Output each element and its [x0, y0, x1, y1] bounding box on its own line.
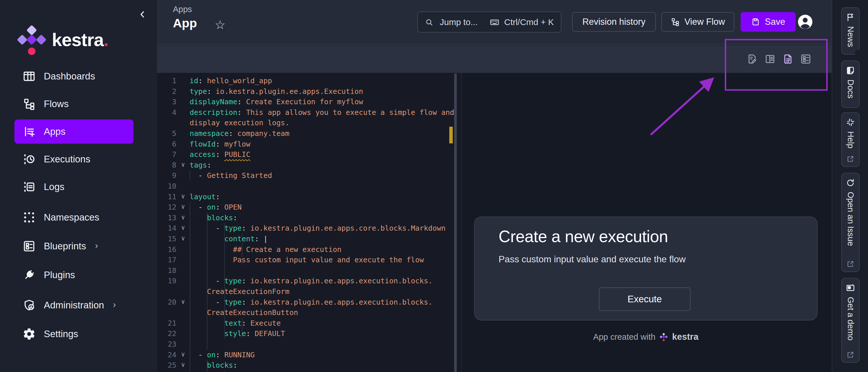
view-toggle-file-doc[interactable]: [782, 53, 794, 65]
favorite-star-icon[interactable]: ☆: [215, 18, 226, 32]
editor-scrollbar[interactable]: [454, 73, 457, 372]
preview-subtitle: Pass custom input value and execute the …: [499, 254, 686, 265]
indent-guide: [190, 339, 190, 349]
chevron-right-icon: [111, 302, 118, 309]
sidebar-item-administration[interactable]: Administration: [14, 293, 133, 317]
line-number: 23: [157, 339, 176, 349]
user-avatar[interactable]: [797, 13, 814, 31]
view-flow-button[interactable]: View Flow: [661, 12, 734, 32]
code-line-15: 15∨ content: |: [157, 234, 448, 244]
code-line-10: 10: [157, 181, 448, 192]
breadcrumb[interactable]: Apps: [173, 5, 192, 14]
fold-chevron-icon[interactable]: ∨: [178, 296, 188, 307]
sidebar-item-plugins[interactable]: Plugins: [14, 263, 133, 287]
sidebar-item-executions[interactable]: Executions: [14, 147, 133, 171]
fold-chevron-icon[interactable]: ∨: [178, 349, 188, 360]
line-number: 18: [157, 265, 176, 276]
sidebar-item-logs[interactable]: Logs: [14, 175, 133, 199]
revision-history-button[interactable]: Revision history: [572, 12, 656, 32]
fold-chevron-icon[interactable]: ∨: [178, 359, 188, 370]
code-line-1: 1id: hello_world_app: [157, 75, 448, 86]
execute-button[interactable]: Execute: [599, 288, 690, 311]
fold-chevron-icon[interactable]: ∨: [178, 233, 188, 244]
plugins-icon: [23, 268, 36, 281]
view-toggle-book-open[interactable]: [764, 53, 776, 65]
rail-button-label: Help: [846, 131, 855, 151]
line-number: 7: [157, 149, 176, 160]
code-line-19-wrap: CreateExecutionForm: [157, 286, 448, 297]
apps-icon: [23, 125, 36, 138]
save-label: Save: [765, 17, 785, 27]
code-line-26: 26 - type: io.kestra.plugin.ee.apps.core…: [157, 371, 448, 372]
line-number: 10: [157, 181, 176, 192]
sidebar-item-flows[interactable]: Flows: [14, 92, 133, 116]
search-icon: [425, 18, 433, 27]
sidebar-item-dashboards[interactable]: Dashboards: [14, 64, 133, 89]
sidebar-item-label: Namespaces: [44, 212, 99, 223]
book-open-icon: [764, 53, 776, 65]
rail-button-label: News: [846, 26, 855, 51]
settings-icon: [23, 327, 36, 341]
sidebar: kestra. Dashboards Flows Apps Executions…: [0, 0, 157, 372]
code-line-24: 24∨ - on: RUNNING: [157, 349, 448, 360]
fold-chevron-icon[interactable]: ∨: [178, 222, 188, 233]
code-line-22: 22 style: DEFAULT: [157, 328, 448, 339]
rail-button-open-an-issue[interactable]: Open an Issue: [841, 173, 860, 272]
flows-icon: [23, 97, 36, 110]
code-line-23: 23: [157, 339, 448, 349]
view-toggle-form[interactable]: [800, 53, 811, 65]
view-toggle-file-edit[interactable]: [746, 53, 758, 65]
editor-view-toolbar: [157, 45, 832, 73]
line-number: 12: [157, 202, 176, 212]
code-line-7: 7access: PUBLIC: [157, 149, 448, 160]
fold-chevron-icon[interactable]: ∨: [178, 212, 188, 223]
line-number: 21: [157, 318, 176, 329]
fold-chevron-icon[interactable]: ∨: [178, 201, 188, 212]
yaml-code-editor[interactable]: 1id: hello_world_app2type: io.kestra.plu…: [157, 73, 461, 372]
chevron-left-icon: [137, 9, 148, 20]
line-number: 5: [157, 128, 176, 139]
code-line-19: 19 - type: io.kestra.plugin.ee.apps.exec…: [157, 275, 448, 286]
file-edit-icon: [746, 53, 758, 65]
right-rail: News Docs Help Open an Issue Get a demo: [832, 0, 868, 372]
sidebar-item-label: Plugins: [44, 270, 75, 280]
line-number: 26: [157, 371, 176, 372]
fold-chevron-icon[interactable]: ∨: [178, 159, 188, 170]
rail-button-help[interactable]: Help: [841, 112, 860, 167]
external-icon: [846, 260, 855, 268]
external-link-icon: [846, 260, 855, 268]
sidebar-item-settings[interactable]: Settings: [14, 322, 133, 346]
sidebar-item-apps[interactable]: Apps: [14, 120, 133, 144]
code-line-20-wrap: CreateExecutionButton: [157, 307, 448, 318]
namespaces-icon: [23, 211, 36, 224]
preview-title: Create a new execution: [499, 227, 668, 246]
execute-label: Execute: [627, 294, 662, 305]
sidebar-item-label: Dashboards: [44, 71, 95, 82]
rail-button-news[interactable]: News: [841, 7, 860, 55]
sidebar-item-blueprints[interactable]: Blueprints: [14, 234, 133, 258]
flag-icon: [845, 12, 855, 22]
code-line-17: 17 Pass custom input value and execute t…: [157, 255, 448, 265]
form-icon: [800, 53, 811, 65]
line-number: 1: [157, 75, 176, 86]
line-number: 6: [157, 139, 176, 149]
fold-chevron-icon[interactable]: ∨: [178, 191, 188, 202]
kestra-logo[interactable]: kestra.: [17, 23, 108, 57]
demo-icon: [845, 283, 855, 293]
external-link-icon: [846, 155, 855, 163]
sidebar-collapse-button[interactable]: [135, 7, 149, 21]
line-number: 25: [157, 360, 176, 371]
page-title: App: [173, 16, 197, 30]
administration-icon: [23, 299, 36, 312]
line-number: 2: [157, 86, 176, 97]
flow-icon: [671, 17, 680, 27]
jump-to-search[interactable]: Jump to... Ctrl/Cmd + K: [417, 11, 561, 33]
sidebar-item-label: Logs: [44, 181, 65, 192]
blueprints-icon: [23, 240, 36, 253]
save-button[interactable]: Save: [741, 12, 796, 32]
sidebar-item-namespaces[interactable]: Namespaces: [14, 205, 133, 230]
rail-button-get-a-demo[interactable]: Get a demo: [841, 278, 860, 363]
rail-button-docs[interactable]: Docs: [841, 61, 860, 108]
rail-button-label: Open an Issue: [846, 192, 855, 256]
revision-history-label: Revision history: [582, 17, 646, 27]
